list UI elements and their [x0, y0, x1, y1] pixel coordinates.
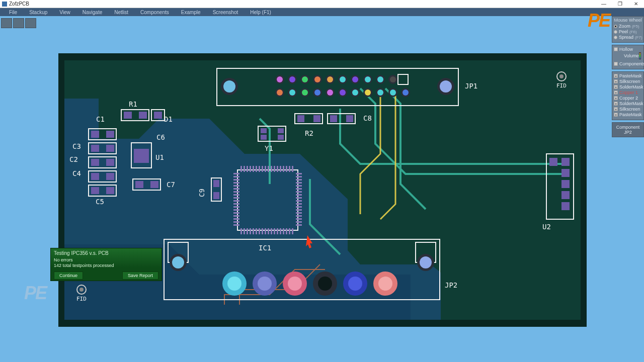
svg-rect-72: [135, 181, 143, 188]
component-info-title: Component: [613, 125, 642, 130]
svg-rect-149: [233, 212, 239, 214]
svg-rect-141: [233, 188, 239, 190]
svg-point-11: [302, 76, 308, 82]
svg-point-40: [352, 89, 358, 96]
svg-rect-95: [346, 115, 353, 122]
svg-point-5: [440, 80, 452, 93]
svg-rect-139: [233, 182, 239, 184]
svg-rect-144: [233, 197, 239, 199]
svg-point-189: [172, 256, 184, 268]
svg-rect-70: [106, 187, 114, 194]
layer-pastemask-top[interactable]: PasteMask: [614, 73, 642, 78]
svg-rect-116: [289, 166, 290, 172]
menu-components[interactable]: Components: [134, 10, 175, 15]
layer-soldermask-bot[interactable]: SolderMask: [614, 101, 642, 106]
svg-point-199: [318, 277, 332, 291]
svg-rect-150: [233, 215, 239, 217]
svg-text:C1: C1: [96, 115, 105, 123]
display-group: Hollow Volume Components: [612, 45, 644, 69]
svg-text:JP2: JP2: [445, 281, 457, 289]
svg-rect-62: [106, 131, 114, 138]
svg-rect-113: [280, 166, 281, 172]
layer-silkscreen-bot[interactable]: Silkscreen: [614, 107, 642, 112]
toolbar-button[interactable]: [25, 18, 36, 28]
svg-rect-91: [278, 135, 284, 140]
menu-stackup[interactable]: Stackup: [23, 10, 53, 15]
svg-rect-67: [91, 173, 99, 180]
components-checkbox[interactable]: Components: [614, 61, 642, 66]
layer-copper-1[interactable]: Copper 1: [614, 90, 642, 95]
svg-rect-169: [296, 218, 302, 220]
window-minimize-button[interactable]: —: [596, 0, 612, 8]
menu-netlist[interactable]: Netlist: [108, 10, 134, 15]
svg-point-206: [559, 74, 564, 78]
volume-bar-icon[interactable]: [639, 52, 641, 59]
svg-rect-148: [233, 209, 239, 211]
svg-rect-101: [244, 166, 245, 172]
menu-help[interactable]: Help (F1): [244, 10, 277, 15]
svg-rect-134: [289, 228, 290, 234]
svg-point-21: [365, 76, 371, 82]
window-close-button[interactable]: ✕: [628, 0, 644, 8]
menu-view[interactable]: View: [53, 10, 76, 15]
svg-rect-130: [277, 228, 278, 234]
svg-rect-132: [283, 228, 284, 234]
svg-rect-107: [262, 166, 263, 172]
checkbox-icon: [614, 47, 618, 51]
layer-soldermask-top[interactable]: SolderMask: [614, 84, 642, 89]
svg-text:U1: U1: [155, 153, 164, 161]
svg-rect-102: [247, 166, 248, 172]
layer-pastemask-bot[interactable]: PasteMask: [614, 112, 642, 117]
svg-point-195: [258, 277, 272, 291]
svg-text:IC1: IC1: [259, 244, 271, 252]
svg-rect-152: [233, 221, 239, 223]
svg-rect-182: [561, 191, 570, 199]
svg-point-193: [227, 277, 242, 291]
svg-text:C3: C3: [72, 142, 81, 150]
svg-text:FID: FID: [556, 82, 567, 89]
svg-rect-153: [233, 224, 239, 226]
hollow-checkbox[interactable]: Hollow: [614, 47, 642, 52]
layer-silkscreen-top[interactable]: Silkscreen: [614, 79, 642, 84]
svg-rect-138: [233, 179, 239, 180]
menu-navigate[interactable]: Navigate: [76, 10, 108, 15]
svg-point-13: [314, 76, 320, 82]
checkbox-icon: [614, 62, 618, 66]
svg-rect-71: [134, 149, 149, 163]
svg-point-30: [289, 89, 295, 96]
menu-example[interactable]: Example: [175, 10, 207, 15]
svg-text:D1: D1: [164, 115, 173, 123]
dialog-testpoints: 142 total testpoints processed: [54, 263, 158, 268]
svg-point-191: [420, 256, 432, 268]
svg-text:C4: C4: [72, 169, 81, 177]
svg-rect-120: [247, 228, 248, 234]
svg-rect-159: [296, 188, 302, 190]
dialog-title: Testing IPC356 v.s. PCB: [54, 250, 158, 256]
svg-rect-115: [286, 166, 287, 172]
svg-point-3: [223, 80, 235, 93]
svg-rect-170: [296, 221, 302, 223]
svg-point-201: [348, 277, 362, 291]
layer-copper-2[interactable]: Copper 2: [614, 96, 642, 101]
wheel-spread-radio[interactable]: Spread (F7): [614, 35, 642, 40]
window-maximize-button[interactable]: ❐: [612, 0, 628, 8]
svg-rect-168: [296, 215, 302, 217]
svg-rect-60: [139, 112, 147, 119]
svg-point-48: [403, 89, 409, 96]
continue-button[interactable]: Continue: [54, 272, 83, 280]
pcb-viewport[interactable]: JP1 R1 D1 C1 C3 C2 C4 C5 C6 U1 C7: [58, 53, 587, 327]
svg-rect-127: [268, 228, 269, 234]
svg-rect-162: [296, 197, 302, 199]
svg-text:C7: C7: [167, 180, 175, 189]
svg-point-28: [277, 89, 283, 96]
wheel-zoom-radio[interactable]: Zoom (F5): [614, 24, 642, 29]
save-report-button[interactable]: Save Report: [122, 272, 158, 280]
svg-text:U2: U2: [542, 223, 551, 231]
svg-text:R1: R1: [129, 100, 137, 108]
toolbar-button[interactable]: [13, 18, 24, 28]
svg-rect-126: [265, 228, 266, 234]
menu-screenshot[interactable]: Screenshot: [207, 10, 245, 15]
menu-file[interactable]: File: [3, 10, 23, 15]
wheel-peel-radio[interactable]: Peel (F6): [614, 29, 642, 34]
toolbar-button[interactable]: [1, 18, 12, 28]
